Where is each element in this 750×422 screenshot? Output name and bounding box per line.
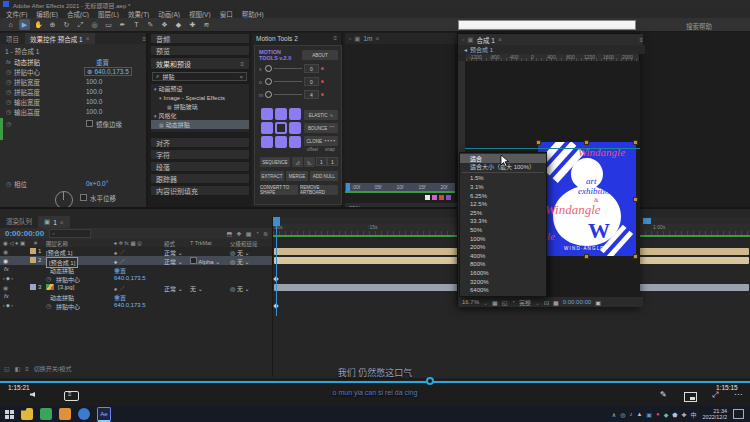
panel-menu-icon[interactable]: ≡ (142, 36, 146, 42)
layer-name[interactable]: [3.jpg] (58, 284, 74, 290)
comp-tab[interactable]: 合成 1 (476, 35, 494, 45)
collapsed-panel-tab[interactable]: 对齐 (150, 137, 250, 148)
bounce-button[interactable]: BOUNCE⌒ (303, 122, 339, 134)
collapsed-panel-tab[interactable]: 内容识别填充 (150, 185, 250, 196)
comp-breadcrumb[interactable]: ◂预合成 1 (458, 45, 645, 54)
playhead[interactable] (273, 217, 280, 226)
effects-presets-tab[interactable]: 效果和预设≡ (150, 57, 250, 70)
keyframe-nav[interactable]: ‹ ◆ › (3, 302, 13, 308)
close-icon[interactable]: × (498, 36, 502, 43)
motion-blur-icon[interactable]: ◔ (255, 230, 259, 237)
anchor-cell[interactable] (261, 122, 273, 134)
layer-row-3[interactable]: ◉ 3 [3.jpg] ♠ ／ 正常 ⌄ 无 ⌄ ◎ 无 ⌄ (0, 283, 272, 292)
slider-value[interactable]: 0 (304, 77, 319, 86)
mirror-checkbox[interactable] (86, 120, 93, 127)
resolution-select[interactable]: 完整 (519, 298, 531, 307)
panel-menu-icon[interactable]: ≡ (240, 61, 244, 67)
tool-icon[interactable]: ⊕ (47, 19, 58, 30)
swatch-magenta[interactable] (432, 195, 437, 200)
clear-search-icon[interactable]: × (239, 74, 243, 80)
tray-icon[interactable]: ◎ (620, 411, 625, 418)
tree-item[interactable]: ▦ 拼贴玻璃 (151, 102, 249, 111)
preview-panel-tab[interactable]: 预览 (150, 45, 250, 56)
tree-item[interactable]: ▾ 风格化 (151, 111, 249, 120)
zoom-menu-item[interactable]: 33.3% (460, 217, 546, 226)
add-null-button[interactable]: ADD NULL (309, 170, 339, 182)
zoom-menu-item[interactable]: 6400% (460, 286, 546, 295)
slider-knob[interactable] (265, 91, 272, 98)
remove-artboard-button[interactable]: REMOVE ARTBOARD (299, 184, 339, 196)
label-swatch[interactable] (30, 248, 36, 254)
anchor-cell[interactable] (289, 136, 301, 148)
tray-icon[interactable]: ▣ (646, 411, 652, 418)
audio-panel-tab[interactable]: 音频 (150, 33, 250, 44)
tray-icon[interactable]: ♪ (629, 411, 632, 417)
tray-icon[interactable]: ⬟ (672, 411, 677, 418)
selection-handle[interactable] (633, 254, 638, 259)
tree-item[interactable]: ▦ 动态拼贴 (151, 120, 249, 129)
property-value[interactable]: 640.0,173.5 (114, 302, 146, 308)
tool-icon[interactable]: T (131, 19, 142, 30)
roi-icon[interactable]: ⊡ (544, 299, 549, 306)
tray-icon[interactable]: 中 (691, 410, 697, 419)
param-row-mirror[interactable]: ◷镜像边缘 (0, 119, 148, 128)
zoom-menu-item[interactable]: 100% (460, 234, 546, 243)
anchor-cell[interactable] (261, 108, 273, 120)
layer-row-1[interactable]: ◉ 1 [预合成 1] ♠ ／ 正常 ⌄ ◎ 无 ⌄ (0, 247, 272, 256)
ramp-down-icon-button[interactable]: ◺ (303, 156, 316, 168)
menu-item[interactable]: 效果(T) (128, 9, 149, 19)
notification-icon[interactable] (733, 409, 744, 419)
swatch-white[interactable] (425, 195, 430, 200)
selection-handle[interactable] (584, 254, 589, 259)
menu-item[interactable]: 合成(C) (67, 9, 89, 19)
convert-to-shape-button[interactable]: CONVERT TO SHAPE (259, 184, 299, 196)
property-row[interactable]: ‹ ◆ › ◷ 拼贴中心 640.0,173.5 (0, 301, 272, 310)
stopwatch-icon[interactable]: ◷ (6, 68, 11, 75)
param-value[interactable]: 100.0 (86, 88, 102, 95)
artwork-poster[interactable]: Windangle WIND ANGLE art exhibition & Wi… (538, 142, 636, 256)
panel-menu-icon[interactable]: ≡ (639, 37, 643, 43)
grid-options-icon[interactable]: ▦ (492, 299, 498, 306)
menu-item[interactable]: 动画(A) (158, 9, 180, 19)
pip-icon[interactable] (684, 392, 697, 402)
keyframe-nav[interactable]: ‹ ◆ › (3, 275, 13, 281)
param-value[interactable]: 100.0 (86, 78, 102, 85)
panel-menu-icon[interactable]: ≡ (333, 35, 337, 41)
render-queue-tab[interactable]: 渲染队列 (0, 214, 38, 228)
selection-handle[interactable] (536, 140, 541, 145)
tree-item[interactable]: ▾ Image - Special Effects (151, 93, 249, 102)
tool-icon[interactable]: ❖ (159, 19, 170, 30)
trkmat-select[interactable]: Alpha ⌄ (190, 257, 220, 265)
param-row[interactable]: ◷拼贴高度100.0 (0, 87, 148, 96)
guide-line[interactable] (465, 148, 640, 149)
taskbar-folder-icon[interactable] (21, 408, 33, 420)
tool-icon[interactable]: ⤢ (75, 19, 86, 30)
taskbar-app-blue[interactable] (78, 408, 90, 420)
zoom-menu-item[interactable]: 25% (460, 209, 546, 218)
selection-handle[interactable] (633, 140, 638, 145)
tray-icon[interactable]: ▲ (636, 411, 642, 417)
anchor-cell-center[interactable] (275, 122, 287, 134)
about-button[interactable]: ABOUT (301, 49, 339, 61)
tab-effect-controls[interactable]: 效果控件 预合成 1× (25, 33, 95, 44)
offset-label[interactable]: offset (307, 147, 318, 152)
tab-project[interactable]: 项目 (0, 34, 25, 44)
selection-handle[interactable] (584, 140, 589, 145)
property-value[interactable]: 640.0,173.5 (114, 275, 146, 281)
effect-row[interactable]: fx 动态拼贴 重置 (0, 265, 272, 274)
tree-item[interactable]: ▾ 动画预设 (151, 84, 249, 93)
sequence-value-2[interactable]: 1 (327, 157, 338, 166)
reset-link[interactable]: 重置 (96, 57, 109, 67)
elastic-button[interactable]: ELASTIC∿ (303, 109, 339, 121)
anchor-cell[interactable] (289, 108, 301, 120)
help-search-input[interactable] (458, 20, 636, 30)
tool-icon[interactable]: ✎ (145, 19, 156, 30)
record-dot[interactable] (321, 93, 324, 96)
sequence-value-1[interactable]: 1 (316, 157, 327, 166)
tool-icon[interactable]: ◆ (173, 19, 184, 30)
point-value[interactable]: ⊕640.0,173.5 (84, 67, 132, 76)
swatch-red[interactable] (439, 195, 444, 200)
menu-item[interactable]: 帮助(H) (242, 9, 264, 19)
zoom-menu-item[interactable]: 1600% (460, 269, 546, 278)
slider-knob[interactable] (265, 65, 272, 72)
